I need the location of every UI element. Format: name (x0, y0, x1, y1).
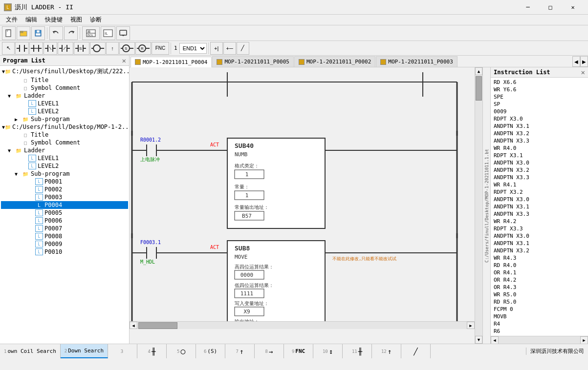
r-coil-btn[interactable]: R (135, 42, 151, 55)
tree-item-symbol1[interactable]: □ Symbol Comment (1, 84, 128, 92)
status-item-4[interactable]: 4 ╫ (137, 344, 167, 358)
tree-item-title2[interactable]: □ Title (1, 131, 128, 139)
close-button[interactable]: ✕ (562, 0, 584, 15)
status-item-12[interactable]: 12 ↑ (372, 344, 401, 358)
ladder-btn[interactable]: 梯BOL (82, 26, 100, 40)
tab-p0004[interactable]: MOP-1-20211011_P0004 (131, 57, 212, 67)
tree-item-ladder1[interactable]: ▼ 📁 Ladder (1, 92, 128, 100)
file-icon-p0007: L (35, 225, 43, 232)
rung1-param2-value: 1 (245, 192, 249, 199)
tree-item-p0002[interactable]: L P0002 (1, 185, 128, 193)
fnc-box-btn[interactable]: FNC (152, 42, 169, 55)
tree-item-p0006[interactable]: L P0006 (1, 217, 128, 225)
expand-ladder1[interactable]: ▼ (8, 93, 15, 99)
status-item-6[interactable]: 6 (S) (196, 344, 225, 358)
rung1-param1-label: 格式类定： (234, 163, 259, 168)
menu-diagnose[interactable]: 诊断 (86, 15, 106, 25)
diag-line-btn[interactable]: ╱ (237, 42, 249, 55)
tree-item-ladder2[interactable]: ▼ 📁 Ladder (1, 146, 128, 154)
new-button[interactable] (2, 26, 16, 40)
tree-item-level2a[interactable]: L LEVEL2 (1, 107, 128, 115)
expand-ladder2[interactable]: ▼ (8, 148, 15, 153)
hscroll-track[interactable] (137, 322, 467, 329)
tab-p0002[interactable]: MOP-1-20211011_P0002 (294, 56, 375, 67)
tree-item-level2b[interactable]: L LEVEL2 (1, 162, 128, 170)
instr-hscroll-left[interactable]: ◀ (491, 336, 499, 344)
tree-item-p0005[interactable]: L P0005 (1, 209, 128, 217)
tree-item-symbol2[interactable]: □ Symbol Comment (1, 139, 128, 146)
status-item-10[interactable]: 10 ↕ (313, 344, 343, 358)
tree-item-subprog1[interactable]: ▶ 📁 Sub-program (1, 115, 128, 123)
instruction-list-content[interactable]: RD X6.6 WR Y6.6 SPE SP 0009 RDPT X3.0 AN… (491, 78, 588, 336)
instruction-list-close[interactable]: ✕ (581, 68, 585, 76)
contact-no-btn[interactable] (15, 42, 29, 55)
contact-pos-btn[interactable] (44, 42, 57, 55)
tree-item-subprog2[interactable]: ▼ 📁 Sub-program (1, 170, 128, 178)
tree-item-p0010[interactable]: L P0010 (1, 248, 128, 256)
tree-item-p0004[interactable]: L P0004 (1, 201, 128, 209)
program-list-panel: Program List ✕ ▼ 📁 C:/Users/finull/Deskt… (0, 56, 130, 344)
rung1-param3-label: 常量输出地址： (235, 205, 269, 210)
minimize-button[interactable]: ─ (517, 0, 539, 15)
save-button[interactable] (31, 26, 45, 40)
plus-horiz-btn[interactable]: +─ (223, 42, 236, 55)
tree-item-title1[interactable]: □ Title (1, 76, 128, 84)
vscroll-track[interactable] (475, 75, 482, 336)
end-dropdown[interactable]: END1 END2 (179, 43, 207, 54)
monitor-btn[interactable] (116, 26, 130, 40)
menu-view[interactable]: 视图 (66, 15, 86, 25)
tree-item-root2[interactable]: ▼ 📁 C:/Users/finull/Desktop/MOP-1-2... (1, 123, 128, 131)
status-item-5[interactable]: 5 ○ (167, 344, 196, 358)
status-num-1: 1 (4, 349, 6, 354)
tab-prev-btn[interactable]: ◀ (572, 56, 580, 67)
instr-hscroll-right[interactable]: ▶ (580, 336, 588, 344)
expand-subprog1[interactable]: ▶ (15, 117, 22, 122)
undo-button[interactable] (49, 26, 63, 40)
hscroll-left-btn[interactable]: ◀ (130, 322, 137, 329)
tree-item-level1b[interactable]: L LEVEL1 (1, 154, 128, 162)
output-no-btn[interactable] (90, 42, 106, 55)
tree-item-p0009[interactable]: L P0009 (1, 240, 128, 248)
s-coil-btn[interactable]: S (119, 42, 135, 55)
status-item-3[interactable]: 3 (108, 344, 137, 358)
redo-button[interactable] (64, 26, 78, 40)
vscroll-down-btn[interactable]: ▼ (475, 336, 482, 344)
tree-item-p0007[interactable]: L P0007 (1, 225, 128, 232)
contact-neg-btn[interactable] (58, 42, 73, 55)
status-item-11[interactable]: 11 ╫ (343, 344, 372, 358)
status-item-12b[interactable]: ╱ (401, 344, 431, 358)
status-item-7[interactable]: 7 ↑ (225, 344, 255, 358)
tree-item-p0003[interactable]: L P0003 (1, 193, 128, 201)
tree-item-p0001[interactable]: L P0001 (1, 178, 128, 185)
maximize-button[interactable]: □ (539, 0, 562, 15)
tree-item-root1[interactable]: ▼ 📁 C:/Users/finull/Desktop/测试/222... (1, 67, 128, 76)
plus-vert-btn[interactable]: +| (210, 42, 223, 55)
menu-file[interactable]: 文件 (2, 15, 22, 25)
expand-subprog2[interactable]: ▼ (15, 171, 22, 177)
hscroll-thumb[interactable] (138, 322, 177, 329)
program-list-close[interactable]: ✕ (122, 57, 126, 64)
status-item-8[interactable]: 8 → (255, 344, 284, 358)
instr-hscroll-track[interactable] (499, 336, 580, 344)
tab-next-btn[interactable]: ▶ (580, 56, 588, 67)
tab-p0005[interactable]: MOP-1-20211011_P0005 (212, 56, 293, 67)
status-coil-search[interactable]: 1 own Coil Search (0, 344, 61, 358)
tab-p0003[interactable]: MOP-1-20211011_P0003 (376, 56, 457, 67)
status-down-search[interactable]: 2 Down Search (61, 344, 108, 358)
vscroll-up-btn[interactable]: ▲ (475, 67, 482, 75)
contact-nc-btn[interactable] (29, 42, 43, 55)
hscroll-right-btn[interactable]: ▶ (467, 322, 475, 329)
vscroll-thumb[interactable] (476, 76, 482, 101)
arrow-up-btn[interactable]: ↑ (106, 42, 119, 55)
ladder-scroll-area[interactable]: R0001.2 上电脉冲 ACT SUB40 NUMB (130, 67, 475, 344)
menu-edit[interactable]: 编辑 (22, 15, 41, 25)
tree-item-p0008[interactable]: L P0008 (1, 232, 128, 240)
program-list-header: Program List ✕ (0, 56, 129, 66)
menu-shortcut[interactable]: 快捷键 (41, 15, 66, 25)
il-btn[interactable]: IL (101, 26, 115, 40)
cursor-btn[interactable]: ↖ (2, 42, 15, 55)
status-item-9[interactable]: 9 FNC (284, 344, 313, 358)
contact-set-btn[interactable]: S (74, 42, 89, 55)
open-button[interactable] (17, 26, 30, 40)
tree-item-level1a[interactable]: L LEVEL1 (1, 100, 128, 107)
